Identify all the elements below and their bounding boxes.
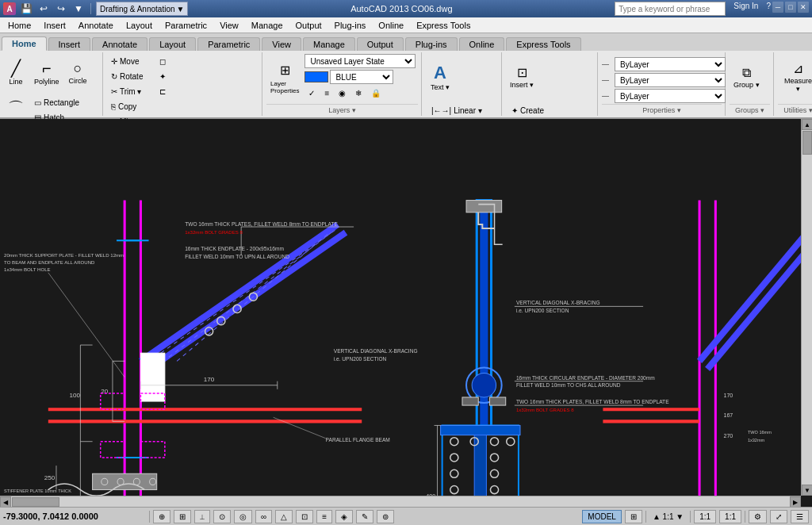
workspace-dropdown[interactable]: Drafting & Annotation ▼	[96, 2, 188, 16]
tab-home[interactable]: Home	[2, 36, 47, 51]
layer-state-select[interactable]: Unsaved Layer State	[304, 54, 416, 68]
dynucs-button[interactable]: △	[275, 510, 293, 523]
tab-view[interactable]: View	[262, 37, 301, 51]
canvas[interactable]: 20 100 170	[0, 119, 812, 507]
measure-button[interactable]: ⊿ Measure ▾	[778, 54, 812, 102]
tab-insert[interactable]: Insert	[48, 37, 91, 51]
move-button[interactable]: ✛ Move	[107, 54, 151, 68]
menu-manage[interactable]: Manage	[245, 17, 289, 33]
tab-manage[interactable]: Manage	[303, 37, 355, 51]
layer-lock-button[interactable]: 🔒	[367, 86, 385, 100]
tab-express[interactable]: Express Tools	[506, 37, 580, 51]
menu-annotate[interactable]: Annotate	[72, 17, 120, 33]
layer-name-select[interactable]: BLUE	[330, 70, 393, 84]
menu-view[interactable]: View	[213, 17, 245, 33]
sign-in-link[interactable]: Sign In	[733, 2, 758, 16]
help-icon[interactable]: ?	[766, 2, 771, 16]
grid-button[interactable]: ⊞	[174, 510, 191, 523]
maximize-button[interactable]: □	[785, 2, 796, 13]
menu-layout[interactable]: Layout	[120, 17, 159, 33]
polyline-button[interactable]: ⌐ Polyline	[30, 54, 63, 92]
redo-button[interactable]: ↪	[54, 2, 68, 16]
scroll-down-button[interactable]: ▼	[802, 485, 812, 496]
app-title: AutoCAD 2013 CO06.dwg	[188, 4, 615, 13]
layer-properties-icon: ⊞	[280, 63, 290, 78]
scroll-thumb-v[interactable]	[802, 131, 812, 155]
line-button[interactable]: ╱ Line	[3, 54, 29, 92]
svg-text:i.e. UPN200 SECTION: i.e. UPN200 SECTION	[334, 356, 387, 362]
linetype-select[interactable]: ByLayer	[615, 73, 726, 87]
tab-layout[interactable]: Layout	[149, 37, 196, 51]
qa-separator	[90, 3, 91, 14]
save-button[interactable]: 💾	[19, 2, 33, 16]
rectangle-button[interactable]: ▭ Rectangle	[30, 95, 83, 109]
lineweight-select[interactable]: ByLayer	[615, 89, 726, 103]
lweight-button[interactable]: ≡	[316, 510, 332, 523]
offset-button[interactable]: ⊏	[155, 84, 170, 98]
ribbon-group-utilities: ⊿ Measure ▾ Utilities ▾	[775, 52, 812, 116]
copy-button[interactable]: ⎘ Copy	[107, 99, 151, 113]
scroll-up-button[interactable]: ▲	[802, 119, 812, 130]
viewport-scale-button[interactable]: 1:1	[694, 510, 716, 523]
tab-annotate[interactable]: Annotate	[92, 37, 147, 51]
svg-text:170: 170	[723, 393, 733, 399]
explode-button[interactable]: ✦	[155, 69, 170, 83]
layer-match-button[interactable]: ≡	[320, 86, 333, 100]
scroll-right-button[interactable]: ▶	[790, 496, 801, 507]
search-input[interactable]	[615, 2, 726, 16]
qa-dropdown-button[interactable]: ▼	[71, 2, 86, 16]
text-button[interactable]: A Text ▾	[426, 54, 454, 102]
group-button[interactable]: ⧉ Group ▾	[730, 54, 764, 102]
selcycle-button[interactable]: ⊚	[377, 510, 394, 523]
ortho-button[interactable]: ⟂	[194, 510, 210, 523]
menu-online[interactable]: Online	[372, 17, 410, 33]
erase-button[interactable]: ◻	[155, 54, 170, 68]
erase-icon: ◻	[159, 57, 166, 66]
menu-insert[interactable]: Insert	[37, 17, 72, 33]
minimize-button[interactable]: ─	[772, 2, 783, 13]
dyn-button[interactable]: ⊡	[296, 510, 313, 523]
vertical-scrollbar[interactable]: ▲ ▼	[801, 119, 812, 496]
tab-output[interactable]: Output	[357, 37, 404, 51]
trim-button[interactable]: ✂ Trim ▾	[107, 84, 151, 98]
snap-button[interactable]: ⊕	[153, 510, 170, 523]
undo-button[interactable]: ↩	[36, 2, 51, 16]
menu-express[interactable]: Express Tools	[410, 17, 477, 33]
scroll-left-button[interactable]: ◀	[0, 496, 11, 507]
scroll-thumb-h[interactable]	[12, 497, 59, 507]
scroll-track-h[interactable]	[11, 496, 790, 507]
close-button[interactable]: ✕	[798, 2, 809, 13]
layer-properties-button[interactable]: ⊞ LayerProperties	[266, 61, 303, 93]
tab-parametric[interactable]: Parametric	[197, 37, 260, 51]
horizontal-scrollbar[interactable]: ◀ ▶	[0, 496, 801, 507]
fullscreen-button[interactable]: ⤢	[770, 510, 787, 523]
qprops-button[interactable]: ✎	[356, 510, 373, 523]
osnap-button[interactable]: ◎	[234, 510, 252, 523]
customize-button[interactable]: ☰	[791, 510, 809, 523]
insert-block-button[interactable]: ⊡ Insert ▾	[506, 54, 538, 102]
model-tab[interactable]: MODEL	[582, 510, 622, 523]
tab-online[interactable]: Online	[459, 37, 505, 51]
menu-parametric[interactable]: Parametric	[159, 17, 213, 33]
tpress-button[interactable]: ◈	[335, 510, 353, 523]
otrack-button[interactable]: ∞	[255, 510, 272, 523]
scroll-track-v[interactable]	[802, 130, 812, 485]
linear-dimension-button[interactable]: |←→| Linear ▾	[427, 103, 486, 117]
circle-button[interactable]: ○ Circle	[65, 54, 91, 92]
menu-home[interactable]: Home	[2, 17, 37, 33]
layer-off-button[interactable]: ◉	[335, 86, 350, 100]
make-current-button[interactable]: ✓	[304, 86, 319, 100]
menu-output[interactable]: Output	[289, 17, 328, 33]
menu-plugins[interactable]: Plug-ins	[328, 17, 373, 33]
workspace-settings-button[interactable]: ⚙	[749, 510, 767, 523]
color-select[interactable]: ByLayer	[615, 57, 726, 71]
layer-color-box[interactable]	[304, 71, 328, 82]
layout1-tab[interactable]: ⊞	[625, 510, 642, 523]
measure-icon: ⊿	[793, 63, 803, 75]
rotate-button[interactable]: ↻ Rotate	[107, 69, 151, 83]
create-block-button[interactable]: ✦ Create	[508, 103, 579, 117]
annotation-scale-button[interactable]: 1:1	[719, 510, 741, 523]
tab-plugins[interactable]: Plug-ins	[405, 37, 458, 51]
layer-freeze-button[interactable]: ❄	[351, 86, 366, 100]
polar-button[interactable]: ⊙	[213, 510, 231, 523]
